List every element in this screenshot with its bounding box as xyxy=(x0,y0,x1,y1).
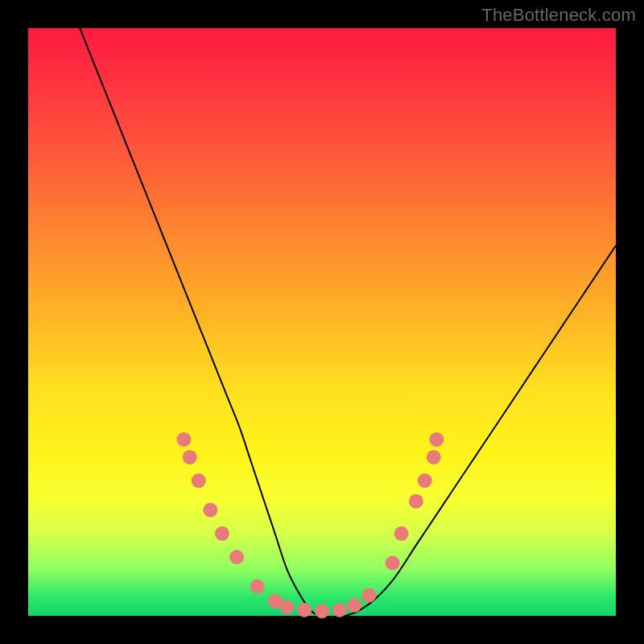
data-marker xyxy=(386,555,400,570)
data-marker xyxy=(279,600,294,614)
data-marker xyxy=(192,473,206,488)
curve-line xyxy=(75,16,616,617)
data-marker xyxy=(203,503,217,518)
data-marker xyxy=(394,526,409,541)
data-marker xyxy=(250,580,265,594)
data-marker xyxy=(427,450,441,464)
markers-group xyxy=(176,432,444,618)
plot-area xyxy=(28,28,616,616)
data-marker xyxy=(347,598,361,613)
data-marker xyxy=(409,494,423,509)
watermark-text: TheBottleneck.com xyxy=(481,5,636,26)
chart-svg xyxy=(28,28,616,616)
data-marker xyxy=(315,604,329,618)
data-marker xyxy=(183,450,197,464)
data-marker xyxy=(215,526,229,541)
data-marker xyxy=(297,603,312,617)
data-marker xyxy=(332,603,347,617)
data-marker xyxy=(361,588,376,602)
data-marker xyxy=(176,432,191,447)
data-marker xyxy=(229,550,244,564)
frame: TheBottleneck.com xyxy=(0,0,644,644)
data-marker xyxy=(429,432,444,447)
data-marker xyxy=(418,473,432,488)
